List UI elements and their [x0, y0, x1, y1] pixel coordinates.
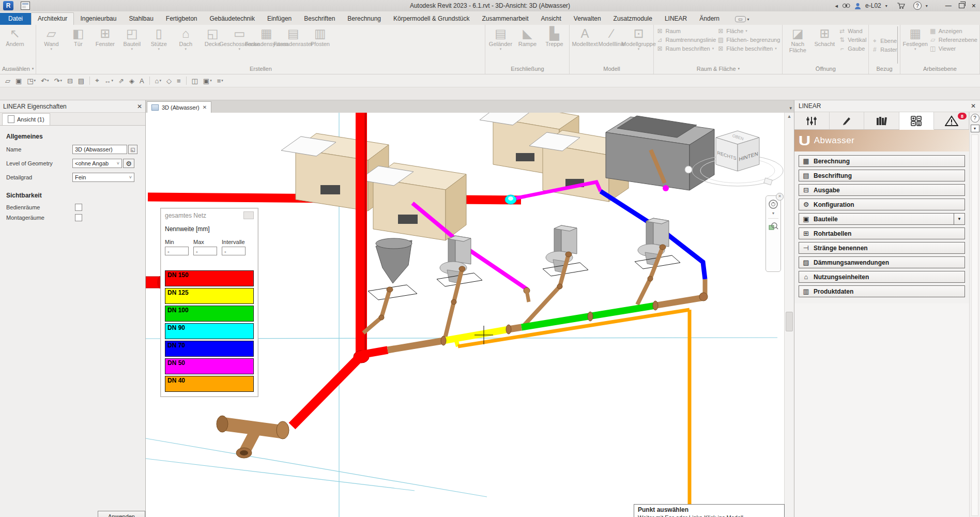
customize-icon[interactable]: ≡▾ [215, 77, 225, 85]
ribbon-group-label-raum-fläche[interactable]: Raum & Fläche▾ [656, 64, 780, 74]
ribbon-tab-architektur[interactable]: Architektur [31, 12, 74, 25]
document-icon[interactable] [21, 2, 30, 10]
collapse-arrow-icon[interactable]: ◂ [835, 3, 838, 9]
ribbon-button-pfosten[interactable]: ▥Pfosten [307, 26, 333, 64]
stränge-benennen-button[interactable]: ⊣Stränge benennen [799, 242, 965, 254]
warning-icon[interactable]: 8 [934, 112, 969, 129]
konfiguration-button[interactable]: ⚙Konfiguration [799, 199, 965, 210]
library-icon[interactable] [864, 112, 899, 129]
ribbon-button-tür[interactable]: ◧Tür [65, 26, 91, 64]
model-canvas[interactable]: OBEN RECHTS HINTEN gesamtes Netz Nennwei… [146, 113, 794, 517]
ribbon-button-raster[interactable]: #Raster [871, 46, 897, 53]
ribbon-button-fassadenraster[interactable]: ▤Fassadenraster [280, 26, 306, 64]
ribbon-tab-berechnung[interactable]: Berechnung [341, 13, 387, 25]
revit-app-icon[interactable]: R [3, 1, 13, 10]
produktdaten-button[interactable]: ▥Produktdaten [799, 285, 965, 297]
ribbon-button-referenzebene[interactable]: ▱Referenzebene [929, 36, 977, 43]
save-icon[interactable]: ▣ [13, 77, 24, 85]
legend-row-dn-50[interactable]: DN 50 [165, 358, 254, 374]
steering-wheel-icon[interactable] [768, 199, 778, 209]
ribbon-button-bauteil[interactable]: ◰Bauteil▾ [119, 26, 145, 64]
linear-help-icon[interactable]: ? [971, 114, 979, 123]
legend-row-dn-90[interactable]: DN 90 [165, 323, 254, 339]
account-name[interactable]: e-L02 [865, 2, 881, 9]
gear-icon[interactable]: ⚙ [123, 159, 134, 168]
navbar-dropdown-icon[interactable]: ▾ [772, 211, 774, 216]
section-marker-icon[interactable]: ◇ [164, 77, 174, 85]
ribbon-tab-gebäudetechnik[interactable]: Gebäudetechnik [204, 13, 261, 25]
ribbon-button-raum-beschriften[interactable]: ⊠Raum beschriften▾ [656, 45, 716, 52]
ausgabe-button[interactable]: ⊟Ausgabe [799, 184, 965, 196]
view-tab-close-icon[interactable]: ✕ [203, 104, 207, 110]
legend-panel[interactable]: gesamtes Netz Nennweite [mm] MinMaxInter… [160, 208, 258, 397]
view-tab-list-icon[interactable]: ▾ [789, 105, 792, 111]
ribbon-tab-stahlbau[interactable]: Stahlbau [122, 13, 159, 25]
section-icon[interactable]: ⌖ [93, 76, 101, 85]
ribbon-tab-beschriften[interactable]: Beschriften [298, 13, 341, 25]
close-button[interactable]: × [972, 2, 976, 10]
thin-lines-icon[interactable]: ≡ [175, 77, 183, 85]
ribbon-button-festlegen[interactable]: ▦Festlegen▾ [902, 26, 928, 64]
zoom-tool-icon[interactable] [768, 221, 778, 232]
ribbon-group-label-auswählen[interactable]: Auswählen▾ [2, 64, 34, 74]
dämmungsanwendungen-button[interactable]: ▨Dämmungsanwendungen [799, 256, 965, 268]
view-tab-3d-abwasser[interactable]: 3D (Abwasser) ✕ [147, 101, 211, 113]
viewport-scrollbar[interactable]: ▲ [784, 113, 794, 517]
account-dropdown-icon[interactable]: ▾ [885, 4, 887, 8]
pipe-dn150-stack[interactable] [354, 113, 369, 363]
ribbon-tab-fertigbeton[interactable]: Fertigbeton [160, 13, 204, 25]
navigation-bar[interactable]: ✕ ▾ [765, 195, 781, 272]
left-panel-close-icon[interactable]: ✕ [137, 103, 142, 110]
ribbon-button-flächen-begrenzung[interactable]: ▨Flächen- begrenzung [717, 36, 780, 43]
bauteile-dropdown-icon[interactable]: ▼ [954, 214, 964, 224]
bauteile-button[interactable]: ▣Bauteile▼ [799, 213, 965, 225]
ribbon-tab-datei[interactable]: Datei [0, 13, 31, 25]
ribbon-tab-ansicht[interactable]: Ansicht [535, 13, 568, 25]
ribbon-button-wand[interactable]: ▱Wand▾ [38, 26, 64, 64]
ribbon-button-fläche[interactable]: ⊠Fläche▾ [717, 27, 780, 35]
ribbon-button-dach[interactable]: ⌂Dach▾ [173, 26, 198, 64]
ribbon-tab-ingenieurbau[interactable]: Ingenieurbau [74, 13, 122, 25]
ribbon-button-raumtrennungslinie[interactable]: ⊿Raumtrennungslinie [656, 36, 716, 43]
ribbon-button-rampe[interactable]: ◣Rampe [514, 26, 540, 64]
level-of-geometry-select[interactable]: <ohne Angab˅ [72, 159, 122, 168]
sync-icon[interactable]: ◳▾ [25, 77, 38, 85]
pencil-icon[interactable] [830, 112, 865, 129]
help-dropdown-icon[interactable]: ▾ [926, 4, 928, 8]
ribbon-collapse-control[interactable]: ▭▾ [735, 16, 749, 25]
ribbon-tab-ändern[interactable]: Ändern [693, 13, 726, 25]
dimension-icon[interactable]: ⇗ [116, 77, 126, 85]
scroll-up-icon[interactable]: ▲ [785, 114, 794, 119]
pipe-dn150-diagonal[interactable] [292, 356, 361, 426]
bedienraeume-checkbox[interactable] [75, 204, 82, 211]
ribbon-button-modellgruppe[interactable]: ⊡Modellgruppe▾ [625, 26, 651, 64]
text-icon[interactable]: A [137, 77, 146, 85]
open-icon[interactable]: ▱ [3, 77, 12, 85]
ribbon-tab-linear[interactable]: LINEAR [659, 13, 693, 25]
ribbon-button-schacht[interactable]: ⊞Schacht [811, 26, 837, 64]
berechnung-button[interactable]: ▦Berechnung [799, 155, 965, 167]
legend-row-dn-125[interactable]: DN 125 [165, 288, 254, 304]
ribbon-tab-verwalten[interactable]: Verwalten [568, 13, 607, 25]
name-edit-button[interactable]: ◱ [128, 145, 137, 154]
legend-input-intervalle[interactable]: - [222, 247, 246, 255]
ribbon-button-viewer[interactable]: ◫Viewer [929, 45, 977, 52]
calc-grid-icon[interactable] [899, 112, 935, 130]
right-panel-scroll-track[interactable] [971, 134, 978, 516]
detailgrad-select[interactable]: Fein˅ [72, 173, 134, 182]
help-icon[interactable]: ? [913, 2, 922, 10]
legend-row-dn-150[interactable]: DN 150 [165, 270, 254, 286]
ribbon-button-raum[interactable]: ⊠Raum [656, 27, 716, 35]
ribbon-button-modelltext[interactable]: AModelltext [572, 26, 598, 64]
copper-tee-fitting[interactable] [217, 416, 289, 458]
ribbon-button-treppe[interactable]: ▙Treppe [541, 26, 567, 64]
cart-icon[interactable] [897, 3, 905, 9]
utility-sink[interactable] [606, 116, 714, 190]
legend-input-min[interactable]: - [165, 247, 189, 255]
name-field[interactable]: 3D (Abwasser) [72, 145, 127, 154]
legend-header-button[interactable] [243, 211, 254, 219]
legend-row-dn-100[interactable]: DN 100 [165, 306, 254, 322]
ribbon-tab-zusammenarbeit[interactable]: Zusammenarbeit [476, 13, 534, 25]
redo-icon[interactable]: ↷▾ [52, 77, 64, 85]
mixer-tabs-icon[interactable] [794, 112, 830, 129]
